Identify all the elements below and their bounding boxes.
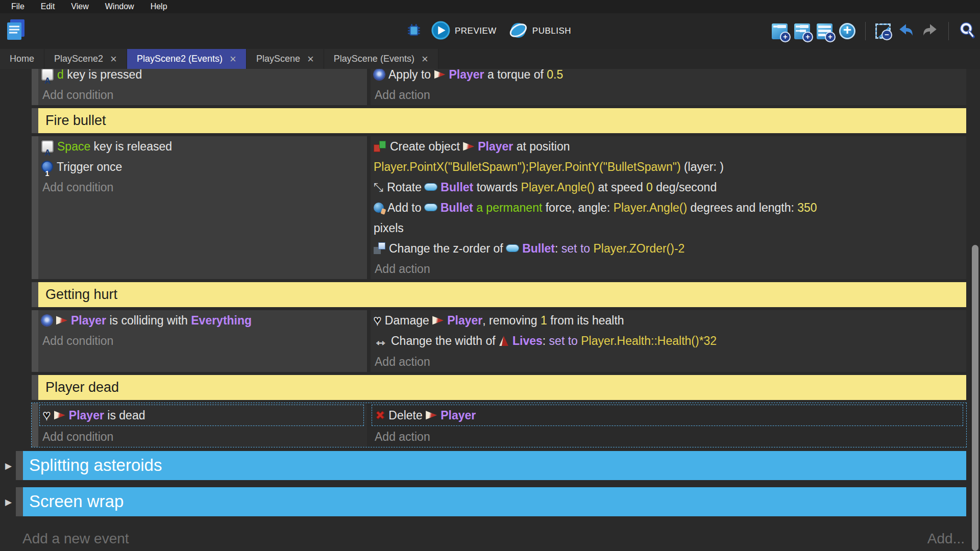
- object-name: Player: [478, 140, 513, 153]
- add-new-event-link[interactable]: Add a new event: [22, 531, 129, 547]
- action-instruction[interactable]: Change the z-order of Bullet: set to Pla…: [371, 238, 966, 259]
- event-drag-handle[interactable]: [32, 108, 38, 133]
- action-instruction[interactable]: Create object Player at positionPlayer.P…: [371, 136, 966, 177]
- action-instruction[interactable]: Damage Player, removing 1 from its healt…: [371, 310, 966, 331]
- tab-close-icon[interactable]: ×: [307, 55, 314, 64]
- delete-selected-icon[interactable]: −: [875, 23, 891, 39]
- create-object-icon: [374, 140, 386, 152]
- action-instruction[interactable]: Delete Player: [372, 405, 963, 425]
- condition-instruction[interactable]: Player is dead: [40, 405, 363, 425]
- action-instruction[interactable]: Apply to Player a torque of 0.5: [371, 69, 966, 85]
- comment-row[interactable]: Player dead: [32, 375, 966, 400]
- debug-icon[interactable]: [406, 22, 422, 40]
- project-manager-icon[interactable]: [6, 18, 26, 44]
- actions-column: Apply to Player a torque of 0.5Add actio…: [367, 69, 966, 105]
- action-instruction[interactable]: Change the width of Lives: set to Player…: [371, 331, 966, 351]
- event-row: d key is pressedAdd conditionApply to Pl…: [32, 69, 966, 105]
- object-name: Player: [440, 409, 476, 422]
- plain-text: towards: [473, 181, 521, 194]
- menu-item-file[interactable]: File: [5, 2, 31, 11]
- preview-button[interactable]: PREVIEW: [428, 20, 500, 42]
- bullet-object-icon: [425, 204, 437, 211]
- event-drag-handle[interactable]: [32, 310, 38, 372]
- bullet-object-icon: [425, 184, 437, 190]
- collapse-arrow-icon[interactable]: ▶: [5, 461, 12, 471]
- rotate-icon: [374, 177, 383, 197]
- action-instruction[interactable]: Rotate Bullet towards Player.Angle() at …: [371, 177, 966, 197]
- add-action-link[interactable]: Add action: [371, 352, 966, 372]
- add-action-link[interactable]: Add action: [371, 85, 966, 105]
- tab-label: PlayScene: [256, 54, 300, 64]
- object-name: Player: [447, 314, 482, 327]
- plain-text: deg/second: [653, 181, 717, 194]
- tab-playscene2[interactable]: PlayScene2×: [44, 49, 127, 69]
- plain-text: a torque of: [484, 69, 547, 81]
- add-event-icon[interactable]: +: [772, 23, 788, 39]
- tab-close-icon[interactable]: ×: [110, 55, 117, 64]
- number-value: 0: [646, 181, 653, 194]
- search-icon[interactable]: [959, 21, 976, 41]
- add-circle-icon[interactable]: [839, 23, 855, 39]
- number-value: 1: [541, 314, 547, 327]
- condition-instruction[interactable]: Trigger once: [38, 157, 367, 177]
- badge-add-comment: +: [825, 32, 836, 42]
- menu-item-help[interactable]: Help: [144, 2, 174, 11]
- undo-icon[interactable]: [897, 21, 915, 41]
- actions-column: Create object Player at positionPlayer.P…: [367, 136, 966, 279]
- event-drag-handle[interactable]: [32, 69, 38, 105]
- event-drag-handle[interactable]: [16, 487, 23, 516]
- tab-close-icon[interactable]: ×: [230, 55, 236, 64]
- menu-item-window[interactable]: Window: [99, 2, 140, 11]
- tab-playscene-events[interactable]: PlayScene (Events)×: [324, 49, 438, 69]
- tab-home[interactable]: Home: [0, 49, 44, 69]
- condition-instruction[interactable]: Player is colliding with Everything: [38, 310, 367, 331]
- player-object-icon: [434, 69, 446, 80]
- player-object-icon: [426, 410, 437, 420]
- add-condition-link[interactable]: Add condition: [38, 331, 367, 351]
- redo-icon[interactable]: [921, 21, 939, 41]
- plain-text: Delete: [388, 409, 426, 422]
- plain-text: key is pressed: [64, 69, 142, 81]
- add-sub-event-icon[interactable]: +: [794, 23, 810, 39]
- tab-close-icon[interactable]: ×: [422, 55, 428, 64]
- plain-text: Change the z-order of: [389, 242, 506, 255]
- plain-text: Rotate: [387, 181, 425, 194]
- badge-delete-selected: −: [881, 30, 892, 40]
- plain-text: from its health: [547, 314, 624, 327]
- operator: set to: [549, 334, 578, 347]
- menu-item-view[interactable]: View: [65, 2, 94, 11]
- add-comment-icon[interactable]: +: [817, 23, 832, 39]
- add-condition-link[interactable]: Add condition: [38, 427, 367, 447]
- event-drag-handle[interactable]: [32, 375, 38, 400]
- tab-label: PlayScene2 (Events): [137, 54, 223, 64]
- event-group-row[interactable]: ▶Screen wrap: [16, 487, 966, 516]
- action-instruction[interactable]: Add to Bullet a permanent force, angle: …: [371, 197, 966, 238]
- object-name: Player: [71, 314, 106, 327]
- event-drag-handle[interactable]: [32, 136, 38, 279]
- lives-object-icon: [499, 336, 509, 346]
- add-action-link[interactable]: Add action: [371, 259, 966, 279]
- plain-text: is dead: [104, 409, 145, 422]
- tab-playscene2-events[interactable]: PlayScene2 (Events)×: [127, 49, 247, 69]
- add-action-link[interactable]: Add action: [371, 427, 966, 447]
- condition-instruction[interactable]: Space key is released: [38, 136, 367, 157]
- event-drag-handle[interactable]: [32, 282, 38, 307]
- tab-playscene[interactable]: PlayScene×: [247, 49, 324, 69]
- tab-bar: HomePlayScene2×PlayScene2 (Events)×PlayS…: [0, 49, 980, 69]
- badge-add-sub-event: +: [802, 32, 813, 42]
- event-group-row[interactable]: ▶Splitting asteroids: [16, 451, 966, 480]
- condition-instruction[interactable]: d key is pressed: [38, 69, 367, 85]
- add-more-link[interactable]: Add...: [927, 531, 965, 547]
- add-condition-link[interactable]: Add condition: [38, 177, 367, 197]
- comment-row[interactable]: Getting hurt: [32, 282, 966, 307]
- comment-row[interactable]: Fire bullet: [32, 108, 966, 133]
- event-drag-handle[interactable]: [16, 451, 23, 480]
- add-condition-link[interactable]: Add condition: [38, 85, 367, 105]
- event-drag-handle[interactable]: [32, 403, 38, 447]
- publish-button[interactable]: PUBLISH: [506, 20, 574, 42]
- object-name: Bullet: [440, 201, 473, 214]
- comment-text: Getting hurt: [38, 282, 966, 307]
- collapse-arrow-icon[interactable]: ▶: [5, 497, 12, 508]
- menu-item-edit[interactable]: Edit: [35, 2, 61, 11]
- vertical-scrollbar-thumb[interactable]: [972, 245, 978, 551]
